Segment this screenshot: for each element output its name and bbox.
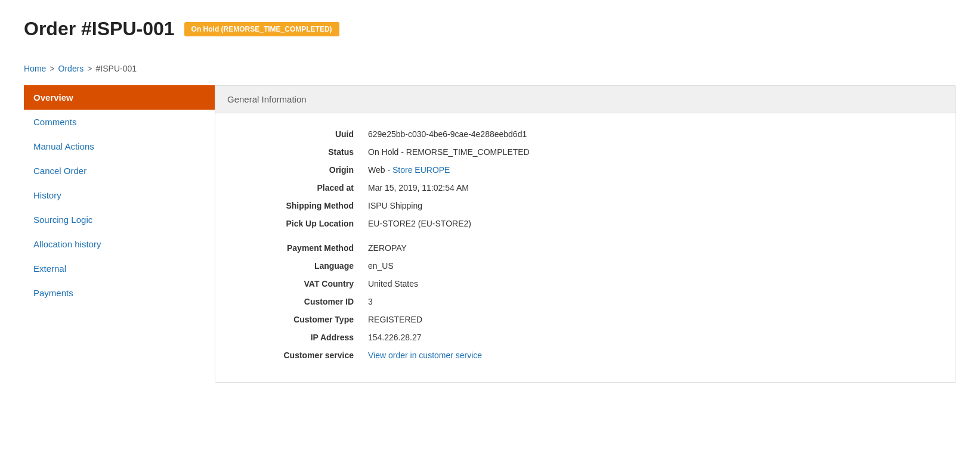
field-label: Origin xyxy=(227,161,358,179)
field-value: Mar 15, 2019, 11:02:54 AM xyxy=(358,179,944,197)
status-badge: On Hold (REMORSE_TIME_COMPLETED) xyxy=(184,22,339,36)
breadcrumb-sep-2: > xyxy=(87,64,92,73)
field-label: Customer service xyxy=(227,346,358,364)
field-value: EU-STORE2 (EU-STORE2) xyxy=(358,215,944,232)
customer-service-link[interactable]: View order in customer service xyxy=(368,350,482,360)
panel-header: General Information xyxy=(215,86,956,113)
breadcrumb-home[interactable]: Home xyxy=(24,64,46,73)
breadcrumb-current: #ISPU-001 xyxy=(96,64,137,73)
info-row-origin: OriginWeb - Store EUROPE xyxy=(227,161,944,179)
info-row-vat-country: VAT CountryUnited States xyxy=(227,275,944,293)
info-row-customer-type: Customer TypeREGISTERED xyxy=(227,311,944,328)
field-label: VAT Country xyxy=(227,275,358,293)
field-label: IP Address xyxy=(227,328,358,346)
info-row-placed-at: Placed atMar 15, 2019, 11:02:54 AM xyxy=(227,179,944,197)
content-panel: General Information Uuid629e25bb-c030-4b… xyxy=(215,85,956,383)
sidebar-item-external[interactable]: External xyxy=(24,256,215,281)
info-row-payment-method: Payment MethodZEROPAY xyxy=(227,232,944,257)
sidebar-item-manual-actions[interactable]: Manual Actions xyxy=(24,134,215,159)
field-value: 3 xyxy=(358,293,944,311)
sidebar-item-comments[interactable]: Comments xyxy=(24,110,215,134)
field-label: Pick Up Location xyxy=(227,215,358,232)
sidebar-item-allocation-history[interactable]: Allocation history xyxy=(24,232,215,256)
field-value: 629e25bb-c030-4be6-9cae-4e288eebd6d1 xyxy=(358,125,944,143)
sidebar-item-sourcing-logic[interactable]: Sourcing Logic xyxy=(24,207,215,232)
info-row-customer-id: Customer ID3 xyxy=(227,293,944,311)
field-label: Customer Type xyxy=(227,311,358,328)
info-row-shipping-method: Shipping MethodISPU Shipping xyxy=(227,197,944,215)
sidebar: OverviewCommentsManual ActionsCancel Ord… xyxy=(24,85,215,383)
info-row-language: Languageen_US xyxy=(227,257,944,275)
breadcrumb-orders[interactable]: Orders xyxy=(58,64,84,73)
info-row-ip-address: IP Address154.226.28.27 xyxy=(227,328,944,346)
sidebar-item-payments[interactable]: Payments xyxy=(24,281,215,305)
field-value: ZEROPAY xyxy=(358,232,944,257)
field-label: Payment Method xyxy=(227,232,358,257)
breadcrumb-sep-1: > xyxy=(50,64,54,73)
info-row-pick-up-location: Pick Up LocationEU-STORE2 (EU-STORE2) xyxy=(227,215,944,232)
field-label: Uuid xyxy=(227,125,358,143)
field-label: Customer ID xyxy=(227,293,358,311)
sidebar-item-cancel-order[interactable]: Cancel Order xyxy=(24,159,215,183)
sidebar-item-history[interactable]: History xyxy=(24,183,215,207)
field-value: ISPU Shipping xyxy=(358,197,944,215)
field-label: Shipping Method xyxy=(227,197,358,215)
field-value: en_US xyxy=(358,257,944,275)
page-title: Order #ISPU-001 xyxy=(24,18,175,40)
store-europe-link[interactable]: Store EUROPE xyxy=(392,165,450,175)
field-value[interactable]: Web - Store EUROPE xyxy=(358,161,944,179)
info-row-uuid: Uuid629e25bb-c030-4be6-9cae-4e288eebd6d1 xyxy=(227,125,944,143)
panel-body: Uuid629e25bb-c030-4be6-9cae-4e288eebd6d1… xyxy=(215,113,956,382)
field-value[interactable]: View order in customer service xyxy=(358,346,944,364)
field-label: Status xyxy=(227,143,358,161)
field-label: Language xyxy=(227,257,358,275)
field-value: 154.226.28.27 xyxy=(358,328,944,346)
field-value: On Hold - REMORSE_TIME_COMPLETED xyxy=(358,143,944,161)
field-value: REGISTERED xyxy=(358,311,944,328)
sidebar-item-overview[interactable]: Overview xyxy=(24,85,215,110)
field-label: Placed at xyxy=(227,179,358,197)
info-table: Uuid629e25bb-c030-4be6-9cae-4e288eebd6d1… xyxy=(227,125,944,364)
info-row-status: StatusOn Hold - REMORSE_TIME_COMPLETED xyxy=(227,143,944,161)
breadcrumb: Home > Orders > #ISPU-001 xyxy=(24,64,956,73)
info-row-customer-service: Customer serviceView order in customer s… xyxy=(227,346,944,364)
field-value: United States xyxy=(358,275,944,293)
